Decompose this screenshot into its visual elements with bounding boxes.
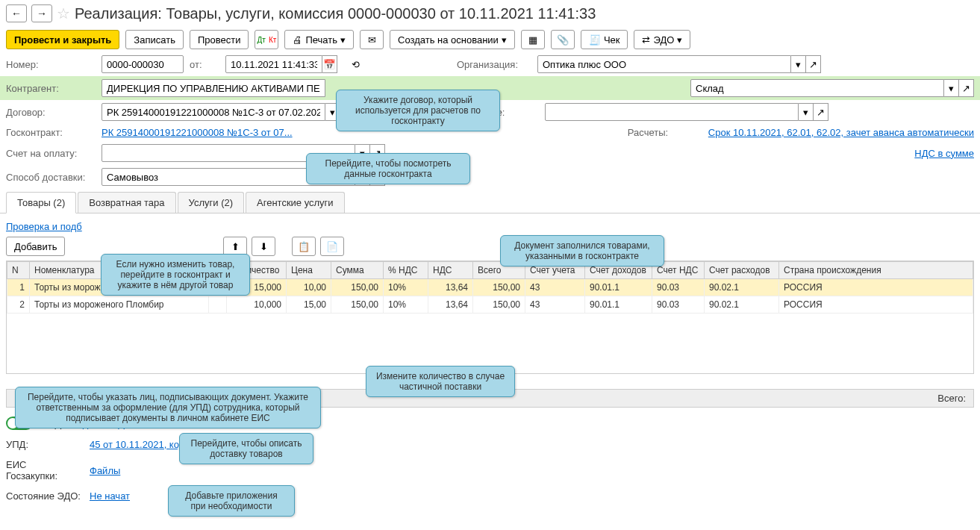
warehouse-input[interactable] — [690, 79, 944, 97]
col-origin[interactable]: Страна происхождения — [779, 262, 973, 279]
post-close-button[interactable]: Провести и закрыть — [6, 30, 119, 49]
eis-label: ЕИС Госзакупки: — [6, 459, 81, 481]
settlements-label: Расчеты: — [628, 127, 702, 138]
attachment-icon[interactable]: 📎 — [551, 30, 575, 49]
edo-state-link[interactable]: Не начат — [90, 490, 130, 502]
nav-forward[interactable]: → — [31, 4, 52, 22]
paste-icon[interactable]: 📄 — [320, 237, 344, 256]
print-button[interactable]: 🖨 Печать ▾ — [284, 30, 354, 49]
counterparty-input[interactable] — [102, 79, 325, 97]
col-price[interactable]: Цена — [287, 262, 331, 279]
callout-signers: Перейдите, чтобы указать лиц, подписываю… — [15, 387, 321, 428]
col-vatpct[interactable]: % НДС — [384, 262, 428, 279]
subdiv-dropdown[interactable]: ▾ — [799, 103, 814, 121]
callout-filled: Документ заполнился товарами, указанными… — [500, 235, 664, 266]
refresh-icon[interactable]: ⟲ — [348, 55, 363, 73]
invoice-label: Счет на оплату: — [6, 148, 96, 159]
check-fill-link[interactable]: Проверка и подб — [6, 221, 82, 232]
callout-delivery: Перейдите, чтобы описать доставку товаро… — [179, 433, 313, 464]
add-button[interactable]: Добавить — [6, 237, 65, 256]
goscontract-label: Госконтракт: — [6, 127, 96, 138]
callout-goscontract: Перейдите, чтобы посмотреть данные госко… — [306, 153, 470, 184]
delivery-method-label: Способ доставки: — [6, 172, 96, 183]
col-n[interactable]: N — [7, 262, 30, 279]
org-input[interactable] — [537, 55, 791, 73]
number-label: Номер: — [6, 59, 96, 70]
from-label: от: — [190, 59, 219, 70]
favorite-icon[interactable]: ☆ — [57, 4, 70, 22]
contract-label: Договор: — [6, 107, 96, 118]
counterparty-label: Контрагент: — [6, 83, 96, 94]
tab-services[interactable]: Услуги (2) — [178, 192, 244, 213]
move-down-icon[interactable]: ⬇ — [252, 237, 275, 256]
org-label: Организация: — [457, 59, 531, 70]
mail-icon[interactable]: ✉ — [360, 30, 384, 49]
number-input[interactable] — [102, 55, 184, 73]
contract-input[interactable] — [102, 103, 325, 121]
callout-change-goods: Если нужно изменить товар, перейдите в г… — [101, 254, 250, 296]
callout-quantity: Измените количество в случае частичной п… — [366, 366, 515, 397]
goscontract-link[interactable]: РК 25914000191221000008 №1С-3 от 07... — [102, 127, 293, 138]
col-expense[interactable]: Счет расходов — [705, 262, 779, 279]
create-based-button[interactable]: Создать на основании ▾ — [390, 30, 515, 49]
subdiv-input[interactable] — [545, 103, 799, 121]
callout-files: Добавьте приложения при необходимости — [168, 485, 295, 506]
tab-goods[interactable]: Товары (2) — [6, 192, 76, 213]
warehouse-open[interactable]: ↗ — [959, 79, 974, 97]
calendar-icon[interactable]: 📅 — [322, 55, 337, 73]
date-input[interactable] — [225, 55, 322, 73]
tab-agency[interactable]: Агентские услуги — [246, 192, 345, 213]
col-vat[interactable]: НДС — [428, 262, 473, 279]
edo-state-label: Состояние ЭДО: — [6, 490, 81, 502]
nav-back[interactable]: ← — [6, 4, 27, 22]
tab-returnable[interactable]: Возвратная тара — [78, 192, 175, 213]
copy-icon[interactable]: 📋 — [292, 237, 316, 256]
settlements-link[interactable]: Срок 10.11.2021, 62.01, 62.02, зачет ава… — [708, 127, 974, 138]
org-dropdown[interactable]: ▾ — [791, 55, 806, 73]
org-open[interactable]: ↗ — [806, 55, 821, 73]
dt-kt-icon[interactable]: ДтКт — [255, 30, 278, 49]
subdiv-open[interactable]: ↗ — [814, 103, 828, 121]
upd-label: УПД: — [6, 439, 81, 450]
vat-link[interactable]: НДС в сумме — [914, 148, 974, 159]
edo-button[interactable]: ⇄ ЭДО ▾ — [634, 30, 690, 49]
files-link[interactable]: Файлы — [90, 465, 120, 476]
save-button[interactable]: Записать — [125, 30, 184, 49]
post-button[interactable]: Провести — [190, 30, 249, 49]
col-sum[interactable]: Сумма — [331, 262, 384, 279]
warehouse-dropdown[interactable]: ▾ — [944, 79, 959, 97]
table-row[interactable]: 2Торты из мороженого Пломбир10,00015,001… — [7, 296, 973, 314]
check-button[interactable]: 🧾 Чек — [581, 30, 628, 49]
page-title: Реализация: Товары, услуги, комиссия 000… — [75, 5, 596, 22]
callout-contract: Укажите договор, который используется дл… — [336, 90, 500, 131]
register-icon[interactable]: ▦ — [521, 30, 545, 49]
